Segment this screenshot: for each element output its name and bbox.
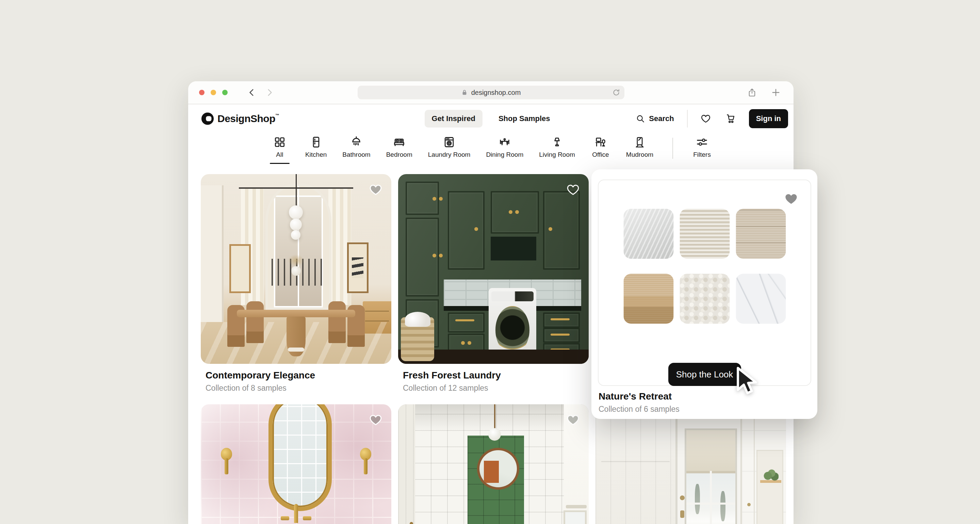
brand-logo[interactable]: DesignShop™ (201, 112, 279, 125)
card-caption: Fresh Forest Laundry Collection of 12 sa… (398, 364, 589, 393)
favorite-heart-icon[interactable] (566, 413, 580, 427)
trademark: ™ (275, 113, 279, 118)
sign-in-button[interactable]: Sign in (749, 109, 788, 128)
filters-button[interactable]: Filters (692, 136, 712, 164)
category-bar: All Kitchen Bathroom Bedroom Laundry Roo… (188, 133, 794, 170)
shower-icon (350, 136, 363, 149)
search-icon (636, 114, 645, 123)
category-laundry-room[interactable]: Laundry Room (428, 136, 471, 164)
swatch-oak-planks[interactable] (736, 209, 786, 259)
mouse-cursor-icon (733, 367, 760, 398)
entry-door (675, 412, 743, 524)
main-nav: Get Inspired Shop Samples (425, 110, 557, 127)
url-bar[interactable]: designshop.com (358, 86, 624, 99)
forward-icon[interactable] (265, 88, 274, 97)
laundry-room-image (398, 174, 589, 364)
collection-card-green-bathroom[interactable] (398, 404, 589, 524)
search-label: Search (649, 114, 674, 123)
browser-nav-buttons (247, 88, 274, 97)
category-bathroom[interactable]: Bathroom (342, 136, 370, 164)
category-bedroom[interactable]: Bedroom (386, 136, 412, 164)
mirror-icon (633, 136, 646, 149)
bed-icon (393, 136, 406, 149)
popup-subtitle: Collection of 6 samples (598, 405, 679, 414)
desk-icon (594, 136, 607, 149)
share-icon[interactable] (747, 88, 757, 97)
pink-bathroom-image (201, 404, 391, 524)
new-tab-icon[interactable] (771, 88, 781, 97)
card-subtitle: Collection of 12 samples (403, 384, 584, 393)
category-office[interactable]: Office (591, 136, 611, 164)
zoom-window-button[interactable] (222, 90, 228, 95)
header-actions: Search Sign in (636, 109, 788, 128)
designshop-logo-icon (201, 112, 214, 125)
popup-title: Nature's Retreat (598, 391, 672, 402)
collection-card-contemporary-elegance[interactable]: Contemporary Elegance Collection of 8 sa… (201, 174, 391, 393)
grid-icon (273, 136, 286, 149)
filters-icon (695, 136, 708, 149)
favorite-heart-icon[interactable] (369, 183, 382, 197)
swatch-gray-stone[interactable] (624, 209, 673, 259)
header-divider (687, 110, 688, 127)
favorites-heart-icon[interactable] (701, 114, 711, 124)
dining-table-icon (498, 136, 511, 149)
category-living-room[interactable]: Living Room (539, 136, 575, 164)
washer-icon (443, 136, 456, 149)
favorite-heart-icon[interactable] (369, 413, 382, 427)
favorite-heart-icon[interactable] (566, 183, 580, 197)
dining-room-image (201, 174, 391, 364)
category-mudroom[interactable]: Mudroom (626, 136, 653, 164)
brand-name: DesignShop™ (218, 113, 279, 124)
card-title: Fresh Forest Laundry (403, 370, 584, 381)
lock-icon (461, 89, 468, 96)
swatch-grid (624, 209, 786, 324)
card-subtitle: Collection of 8 samples (205, 384, 387, 393)
green-bathroom-image (398, 404, 589, 524)
shop-the-look-button[interactable]: Shop the Look (668, 363, 741, 386)
swatch-cream-carpet[interactable] (679, 209, 730, 259)
collection-card-pink-bathroom[interactable] (201, 404, 391, 524)
nav-shop-samples[interactable]: Shop Samples (492, 110, 557, 127)
swatch-white-boucle[interactable] (679, 274, 730, 324)
browser-chrome: designshop.com (188, 81, 794, 105)
close-window-button[interactable] (199, 90, 205, 95)
cart-icon[interactable] (725, 114, 735, 124)
minimize-window-button[interactable] (211, 90, 216, 95)
swatch-white-marble[interactable] (736, 274, 786, 324)
swatch-tan-wood[interactable] (624, 274, 673, 324)
card-caption: Contemporary Elegance Collection of 8 sa… (201, 364, 391, 393)
chrome-right-buttons (747, 88, 781, 97)
category-all[interactable]: All (270, 136, 290, 164)
category-kitchen[interactable]: Kitchen (305, 136, 327, 164)
hover-popup-natures-retreat[interactable]: Shop the Look Nature's Retreat Collectio… (592, 169, 817, 419)
mudroom-image (595, 404, 786, 524)
collection-card-fresh-forest-laundry[interactable]: Fresh Forest Laundry Collection of 12 sa… (398, 174, 589, 393)
popup-favorite-heart-icon[interactable] (784, 192, 798, 206)
fridge-icon (310, 136, 323, 149)
back-icon[interactable] (247, 88, 256, 97)
reload-icon[interactable] (612, 88, 620, 97)
search-button[interactable]: Search (636, 114, 674, 123)
category-filters-divider (672, 138, 673, 159)
swatch-panel: Shop the Look (598, 179, 811, 386)
collection-card-white-mudroom[interactable] (595, 404, 786, 524)
category-dining-room[interactable]: Dining Room (486, 136, 523, 164)
nav-get-inspired[interactable]: Get Inspired (425, 110, 482, 127)
site-header: DesignShop™ Get Inspired Shop Samples Se… (188, 105, 794, 133)
traffic-lights (199, 90, 228, 95)
card-title: Contemporary Elegance (205, 370, 387, 381)
url-text: designshop.com (471, 89, 521, 97)
lamp-icon (550, 136, 563, 149)
